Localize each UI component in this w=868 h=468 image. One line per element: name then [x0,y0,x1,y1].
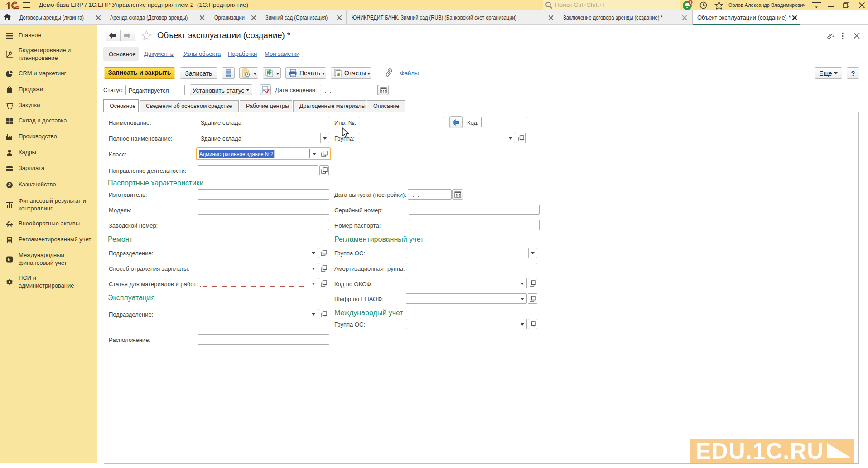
svg-text:₽: ₽ [8,183,11,187]
svg-text:€: € [8,257,10,262]
